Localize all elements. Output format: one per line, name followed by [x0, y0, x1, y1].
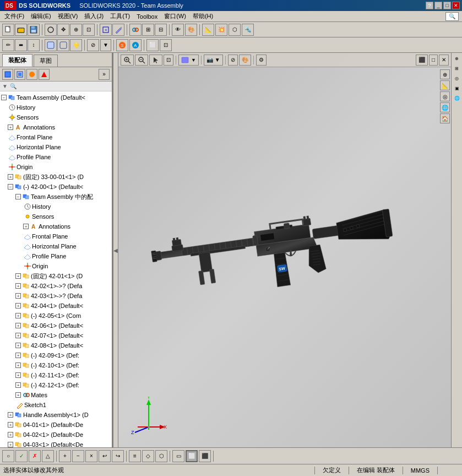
bt-plus[interactable]: + — [59, 450, 71, 462]
expand-42-00[interactable]: − — [8, 184, 13, 190]
viewport[interactable]: ⊡ ▼ 📷 ▼ ⊘ 🎨 ⚙ ⬛ □ ✕ — [118, 53, 451, 447]
view-btn-1[interactable]: ⬜ — [146, 39, 159, 51]
tree-item-42-04[interactable]: + 42-04<1> (Default< — [0, 301, 112, 311]
menu-item-insert[interactable]: 插入(J) — [81, 11, 107, 21]
display-mode-btn[interactable]: ▼ — [178, 55, 199, 66]
menu-item-view[interactable]: 视图(V) — [55, 11, 81, 21]
tree-item-33-00-01[interactable]: + (固定) 33-00-01<1> (D — [0, 172, 112, 182]
expand-42-05[interactable]: + — [15, 313, 21, 318]
vp-icon-5[interactable]: 🏠 — [440, 113, 450, 123]
expand-42-02[interactable]: + — [15, 283, 21, 289]
new-button[interactable] — [2, 24, 14, 36]
tree-item-42-01[interactable]: + (固定) 42-01<1> (D — [0, 271, 112, 281]
rp-btn-1[interactable]: ⊕ — [453, 54, 461, 63]
wireframe-button[interactable] — [57, 39, 69, 51]
tab-sketch[interactable]: 草图 — [34, 55, 58, 67]
lt-icon-3[interactable] — [26, 69, 37, 80]
interference[interactable]: ⬡ — [229, 24, 241, 36]
show-hide[interactable]: 👁 — [172, 24, 184, 36]
menu-item-file[interactable]: 文件(F) — [1, 11, 28, 21]
expand-04-03[interactable]: + — [8, 442, 13, 447]
tree-item-mates[interactable]: + Mates — [0, 390, 112, 400]
smart-fasteners[interactable]: 🔩 — [242, 24, 254, 36]
tree-item-profile-plane-3[interactable]: Profile Plane — [0, 251, 112, 261]
rotate-button[interactable] — [45, 24, 57, 36]
menu-item-help[interactable]: 帮助(H) — [189, 11, 216, 21]
search-icon[interactable]: ? — [426, 2, 433, 9]
bt-rect1[interactable]: ▭ — [172, 450, 184, 462]
vp-icon-1[interactable]: ⊕ — [440, 69, 450, 79]
tree-item-04-02[interactable]: + 04-02<1> (Default<De — [0, 430, 112, 440]
expand-42-12[interactable]: + — [15, 382, 21, 388]
rp-btn-3[interactable]: ◎ — [453, 74, 461, 83]
expand-42-03[interactable]: + — [15, 293, 21, 299]
tree-item-42-08[interactable]: + 42-08<1> (Default< — [0, 340, 112, 350]
tree-item-sensors[interactable]: Sensors — [0, 112, 112, 122]
expand-team-sub[interactable]: − — [15, 194, 21, 199]
bt-circle[interactable]: ○ — [2, 450, 14, 462]
appearance-button[interactable]: A — [129, 39, 142, 51]
lt-icon-2[interactable] — [14, 69, 25, 80]
lt-icon-1[interactable] — [2, 69, 13, 80]
tree-item-sketch1[interactable]: Sketch1 — [0, 400, 112, 410]
open-button[interactable] — [15, 24, 27, 36]
zoom-area-button[interactable]: ⊡ — [83, 24, 95, 36]
expand-42-06[interactable]: + — [15, 323, 21, 328]
tree-item-42-07[interactable]: + 42-07<1> (Default< — [0, 331, 112, 340]
tree-item-team-assembly[interactable]: − Team Assembly (Default< — [0, 93, 112, 102]
view-btn-2[interactable]: ⊡ — [160, 39, 172, 51]
expand-team-assembly[interactable]: − — [1, 95, 7, 100]
menu-item-toolbox[interactable]: Toolbox — [133, 12, 161, 21]
tree-item-horizontal-plane[interactable]: Horizontal Plane — [0, 142, 112, 152]
reference-geometry[interactable]: 📐 — [202, 24, 214, 36]
tree-item-frontal-plane[interactable]: Frontal Plane — [0, 132, 112, 142]
tree-item-origin[interactable]: Origin — [0, 162, 112, 172]
tree-item-history[interactable]: History — [0, 102, 112, 112]
vt-restore[interactable]: ⬛ — [416, 55, 428, 66]
expand-33-00-01[interactable]: + — [8, 174, 13, 180]
sketch-button[interactable]: ✏ — [2, 39, 14, 51]
tree-item-42-03[interactable]: + 42-03<1>->? (Defa — [0, 291, 112, 301]
tree-item-42-00[interactable]: − (-) 42-00<1> (Default< — [0, 182, 112, 192]
tree-item-42-06[interactable]: + 42-06<1> (Default< — [0, 321, 112, 331]
tree-item-42-12[interactable]: + (-) 42-12<1> (Def: — [0, 380, 112, 390]
panel-collapse-handle[interactable]: ◀ — [113, 53, 118, 447]
render-button[interactable]: 🌟 — [70, 39, 82, 51]
section-view[interactable]: ⊘ — [87, 39, 99, 51]
tree-item-handle-assembly[interactable]: + Handle Assembly<1> (D — [0, 410, 112, 420]
expand-42-04[interactable]: + — [15, 303, 21, 309]
linear-pattern[interactable]: ⊞ — [142, 24, 154, 36]
bt-minus[interactable]: − — [72, 450, 84, 462]
tree-item-team-sub[interactable]: − Team Assembly 中的配 — [0, 192, 112, 202]
tree-item-origin-3[interactable]: Origin — [0, 261, 112, 271]
zoom-button[interactable]: ⊕ — [70, 24, 82, 36]
tree-item-42-09[interactable]: + (-) 42-09<1> (Def: — [0, 350, 112, 360]
vt-max[interactable]: □ — [429, 55, 438, 66]
tree-item-sensors-3[interactable]: Sensors — [0, 212, 112, 221]
expand-04-01[interactable]: + — [8, 422, 13, 428]
bt-times[interactable]: × — [85, 450, 97, 462]
edit-component[interactable] — [112, 24, 124, 36]
feature-tree[interactable]: − Team Assembly (Default< His — [0, 91, 112, 447]
menu-item-tools[interactable]: 工具(T) — [107, 11, 133, 21]
mirror-button[interactable]: ⊟ — [155, 24, 167, 36]
section-view-btn[interactable]: ⊘ — [228, 55, 238, 66]
insert-component[interactable]: + — [100, 24, 112, 36]
vp-icon-4[interactable]: 🌐 — [440, 102, 450, 112]
tree-item-04-01[interactable]: + 04-01<1> (Default<De — [0, 420, 112, 430]
tree-item-42-02[interactable]: + 42-02<1>->? (Defa — [0, 281, 112, 291]
appearance-vt-btn[interactable]: ⚙ — [256, 55, 267, 66]
bt-check[interactable]: ✓ — [15, 450, 28, 462]
zoom-out-btn[interactable] — [135, 55, 148, 66]
menu-item-window[interactable]: 窗口(W) — [161, 11, 189, 21]
expand-mates[interactable]: + — [15, 392, 21, 398]
tree-item-frontal-plane-3[interactable]: Frontal Plane — [0, 231, 112, 241]
tree-item-annotations-3[interactable]: + A Annotations — [0, 221, 112, 231]
lt-icon-4[interactable] — [39, 69, 50, 80]
expand-42-10[interactable]: + — [15, 363, 21, 368]
rp-btn-4[interactable]: ▣ — [453, 84, 461, 93]
view-orientation[interactable]: ▼ — [100, 39, 111, 51]
tab-assembly[interactable]: 装配体 — [2, 54, 32, 67]
expand-annotations[interactable]: + — [8, 125, 13, 130]
window-controls[interactable]: ? _ □ ✕ — [426, 2, 460, 9]
